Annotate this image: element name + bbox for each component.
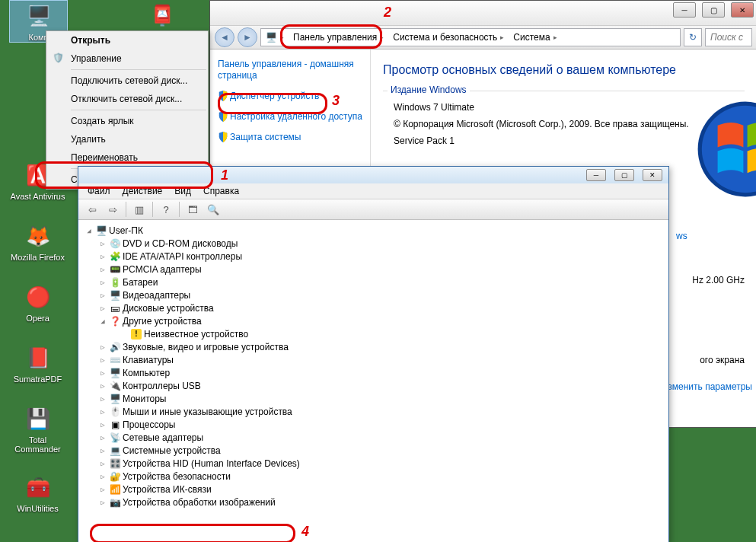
expand-icon[interactable]: ◢ (85, 227, 94, 234)
ctx-item[interactable]: Отключить сетевой диск... (46, 90, 208, 108)
desktop-icon-firefox[interactable]: 🦊Mozilla Firefox (9, 221, 66, 262)
node-label: Батареи (123, 277, 158, 288)
node-label: Контроллеры USB (123, 381, 201, 391)
tree-node[interactable]: ▷📷Устройства обработки изображений (83, 496, 664, 509)
crumb[interactable]: Панель управления▸ (289, 29, 388, 46)
tree-node[interactable]: ▷🧩IDE ATA/ATAPI контроллеры (83, 250, 664, 263)
ctx-item[interactable]: Открыть (46, 31, 208, 49)
expand-icon[interactable]: ▷ (98, 369, 107, 377)
minimize-button[interactable]: ─ (586, 169, 606, 181)
expand-icon[interactable]: ▷ (98, 240, 107, 247)
tree-node[interactable]: ▷🔌Контроллеры USB (83, 379, 664, 392)
menu-item[interactable]: Действие (116, 184, 169, 198)
desktop-icon-opera[interactable]: 🔴Opera (9, 282, 66, 323)
tree-node[interactable]: ▷💿DVD и CD-ROM дисководы (83, 237, 664, 250)
maximize-button[interactable]: ▢ (614, 169, 634, 181)
ctx-item[interactable]: Подключить сетевой диск... (46, 72, 208, 90)
expand-icon[interactable]: ▷ (98, 343, 107, 351)
tree-node[interactable]: ▷🖥️Мониторы (83, 392, 664, 405)
expand-icon[interactable]: ◢ (98, 317, 107, 325)
device-icon: 🔌 (109, 380, 121, 392)
tree-node[interactable]: ▷📶Устройства ИК-связи (83, 483, 664, 496)
dm-titlebar: ─ ▢ ✕ (78, 167, 668, 183)
expand-icon[interactable]: ▷ (98, 499, 107, 506)
expand-icon[interactable]: ▷ (98, 421, 107, 429)
expand-icon[interactable]: ▷ (98, 434, 107, 442)
properties-icon[interactable]: 🗔 (183, 200, 202, 218)
expand-icon[interactable]: ▷ (98, 486, 107, 493)
device-icon: 🖥️ (109, 393, 121, 405)
close-button[interactable]: ✕ (731, 2, 754, 18)
tree-node[interactable]: ▷📡Сетевые адаптеры (83, 431, 664, 444)
search-input[interactable]: Поиск с (705, 28, 752, 46)
help-icon[interactable]: ? (157, 200, 175, 218)
show-hide-icon[interactable]: ▥ (130, 200, 148, 218)
expand-icon[interactable]: ▷ (98, 304, 107, 312)
ctx-item[interactable]: Переименовать (46, 148, 208, 167)
minimize-button[interactable]: ─ (673, 2, 696, 18)
back-icon[interactable]: ⇦ (83, 200, 101, 218)
tree-node[interactable]: !Неизвестное устройство (83, 327, 664, 340)
device-icon: ▣ (109, 419, 121, 431)
breadcrumb[interactable]: 🖥️▸ Панель управления▸Система и безопасн… (260, 28, 681, 46)
menu-item[interactable]: Вид (168, 184, 197, 198)
tree-node[interactable]: ◢❓Другие устройства (83, 314, 664, 327)
sidebar-device-manager-link[interactable]: Диспетчер устройств (218, 91, 362, 102)
expand-icon[interactable]: ▷ (98, 460, 107, 467)
tree-node[interactable]: ◢🖥️User-ПК (83, 224, 664, 237)
desktop-icon-stamps[interactable]: 📮 (133, 0, 190, 32)
device-icon: 💿 (109, 238, 121, 250)
crumb-root-icon[interactable]: 🖥️▸ (261, 29, 289, 46)
icon-label: Avast Antivirus (9, 192, 66, 201)
expand-icon[interactable]: ▷ (98, 253, 107, 260)
sidebar-protect-link[interactable]: Защита системы (218, 132, 362, 143)
desktop-icon-winutil[interactable]: 🧰WinUtilities (9, 472, 66, 513)
menu-item[interactable]: Справка (197, 184, 245, 198)
ctx-item[interactable]: Создать ярлык (46, 112, 208, 130)
tree-node[interactable]: ▷🖴Дисковые устройства (83, 301, 664, 314)
expand-icon[interactable]: ▷ (98, 356, 107, 364)
device-icon: 🖥️ (109, 289, 121, 301)
device-manager-window: ─ ▢ ✕ ФайлДействиеВидСправка ⇦ ⇨ ▥ ? 🗔 🔍… (78, 166, 669, 542)
node-label: Клавиатуры (123, 355, 174, 365)
tree-node[interactable]: ▷🖥️Компьютер (83, 366, 664, 379)
ctx-item[interactable]: Удалить (46, 130, 208, 148)
forward-icon[interactable]: ⇨ (104, 200, 122, 218)
expand-icon[interactable]: ▷ (98, 473, 107, 480)
tree-node[interactable]: ▷🔊Звуковые, видео и игровые устройства (83, 340, 664, 353)
tree-node[interactable]: ▷⌨️Клавиатуры (83, 353, 664, 366)
back-button[interactable]: ◄ (215, 27, 234, 47)
sidebar-remote-link[interactable]: Настройка удаленного доступа (218, 111, 362, 123)
desktop-icon-sumatra[interactable]: 📕SumatraPDF (9, 343, 66, 384)
crumb[interactable]: Система▸ (509, 29, 561, 46)
expand-icon[interactable]: ▷ (98, 395, 107, 403)
tree-node[interactable]: ▷🖥️Видеоадаптеры (83, 289, 664, 301)
scan-icon[interactable]: 🔍 (204, 200, 222, 218)
change-params-link[interactable]: Изменить параметры (662, 381, 752, 392)
expand-icon[interactable]: ▷ (98, 408, 107, 416)
close-button[interactable]: ✕ (643, 169, 662, 181)
sidebar-home-link[interactable]: Панель управления - домашняя страница (218, 59, 362, 81)
tree-node[interactable]: ▷🎛️Устройства HID (Human Interface Devic… (83, 457, 664, 470)
tree-node[interactable]: ▷💻Системные устройства (83, 444, 664, 457)
tree-node[interactable]: ▷▣Процессоры (83, 418, 664, 431)
menu-item[interactable]: Файл (81, 184, 116, 198)
expand-icon[interactable]: ▷ (98, 382, 107, 390)
node-label: Сетевые адаптеры (123, 432, 203, 443)
expand-icon[interactable]: ▷ (98, 279, 107, 286)
warning-icon: ! (130, 328, 142, 340)
expand-icon[interactable]: ▷ (98, 266, 107, 273)
crumb[interactable]: Система и безопасность▸ (388, 29, 509, 46)
desktop-icon-tc[interactable]: 💾Total Commander (9, 403, 66, 454)
ctx-item[interactable]: 🛡️Управление (46, 49, 208, 68)
refresh-button[interactable]: ↻ (684, 28, 702, 46)
maximize-button[interactable]: ▢ (702, 2, 725, 18)
expand-icon[interactable]: ▷ (98, 292, 107, 299)
tree-node[interactable]: ▷🖱️Мыши и иные указывающие устройства (83, 405, 664, 418)
tree-node[interactable]: ▷🔐Устройства безопасности (83, 470, 664, 483)
tree-node[interactable]: ▷🔋Батареи (83, 276, 664, 289)
tree-node[interactable]: ▷📟PCMCIA адаптеры (83, 263, 664, 276)
expand-icon[interactable]: ▷ (98, 447, 107, 454)
forward-button[interactable]: ► (238, 27, 257, 47)
ws-link[interactable]: ws (676, 229, 752, 243)
